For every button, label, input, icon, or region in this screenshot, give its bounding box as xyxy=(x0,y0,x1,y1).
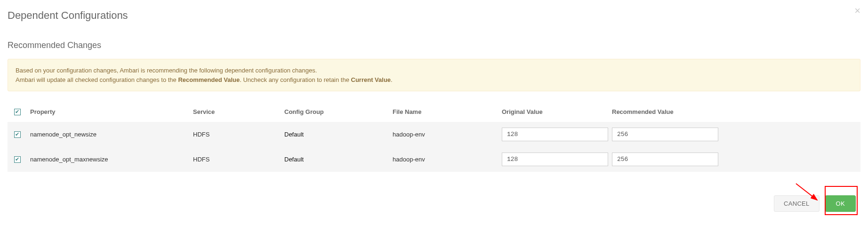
table-row: ✔ namenode_opt_maxnewsize HDFS Default h… xyxy=(8,147,860,172)
section-subtitle: Recommended Changes xyxy=(8,40,860,50)
table-row: ✔ namenode_opt_newsize HDFS Default hado… xyxy=(8,122,860,147)
row-checkbox[interactable]: ✔ xyxy=(14,131,21,138)
alert-bold: Current Value xyxy=(351,76,391,83)
recommendations-table: ✔ Property Service Config Group File Nam… xyxy=(8,104,860,172)
cell-service: HDFS xyxy=(193,156,284,163)
modal-footer: CANCEL OK xyxy=(8,195,860,212)
recommended-value-input[interactable] xyxy=(612,153,718,166)
cell-config-group: Default xyxy=(284,131,393,138)
header-property: Property xyxy=(30,108,193,115)
original-value-input[interactable] xyxy=(502,128,608,141)
ok-button[interactable]: OK xyxy=(825,195,856,212)
cell-service: HDFS xyxy=(193,131,284,138)
row-checkbox[interactable]: ✔ xyxy=(14,156,21,163)
alert-line2: Ambari will update all checked configura… xyxy=(16,75,852,85)
alert-text: . Uncheck any configuration to retain th… xyxy=(240,76,351,83)
check-icon: ✔ xyxy=(15,157,19,162)
cell-property: namenode_opt_maxnewsize xyxy=(30,156,193,163)
select-all-checkbox[interactable]: ✔ xyxy=(14,109,21,115)
original-value-input[interactable] xyxy=(502,153,608,166)
header-service: Service xyxy=(193,108,284,115)
alert-bold: Recommended Value xyxy=(178,76,240,83)
check-icon: ✔ xyxy=(15,109,19,114)
header-config-group: Config Group xyxy=(284,108,393,115)
header-filename: File Name xyxy=(393,108,502,115)
cell-config-group: Default xyxy=(284,156,393,163)
table-header-row: ✔ Property Service Config Group File Nam… xyxy=(8,104,860,122)
alert-text: . xyxy=(391,76,393,83)
check-icon: ✔ xyxy=(15,132,19,137)
cancel-button[interactable]: CANCEL xyxy=(774,195,820,212)
header-original: Original Value xyxy=(502,108,612,115)
alert-text: Ambari will update all checked configura… xyxy=(16,76,178,83)
modal-title: Dependent Configurations xyxy=(8,9,860,22)
alert-recommendations: Based on your configuration changes, Amb… xyxy=(8,59,860,91)
cell-filename: hadoop-env xyxy=(393,131,502,138)
cell-property: namenode_opt_newsize xyxy=(30,131,193,138)
alert-line1: Based on your configuration changes, Amb… xyxy=(16,66,852,75)
close-icon[interactable]: × xyxy=(854,6,860,16)
cell-filename: hadoop-env xyxy=(393,156,502,163)
recommended-value-input[interactable] xyxy=(612,128,718,141)
header-recommended: Recommended Value xyxy=(612,108,722,115)
modal-dependent-configurations: × Dependent Configurations Recommended C… xyxy=(0,0,868,219)
